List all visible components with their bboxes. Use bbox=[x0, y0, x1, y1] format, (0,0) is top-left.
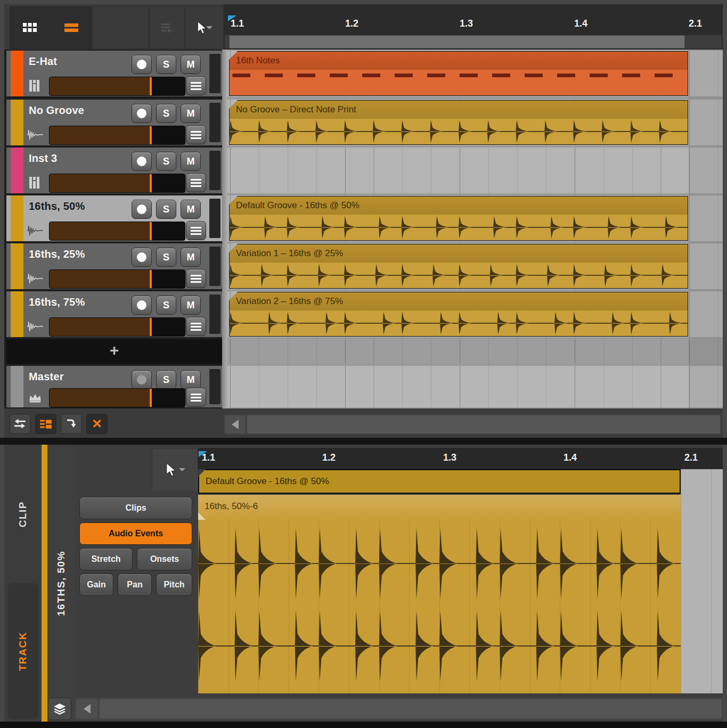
add-track-button[interactable]: + bbox=[6, 339, 222, 364]
arranger-row-e-hat[interactable]: 16th Notes bbox=[227, 51, 723, 96]
mute-button[interactable]: M bbox=[181, 152, 201, 171]
fade-handle[interactable] bbox=[198, 512, 206, 520]
track-menu-button[interactable] bbox=[186, 173, 206, 192]
track-name[interactable]: Master bbox=[29, 371, 64, 383]
fader-handle[interactable] bbox=[150, 222, 152, 240]
record-arm-button[interactable] bbox=[132, 200, 152, 219]
scrollbar-thumb[interactable] bbox=[100, 699, 722, 718]
arranger-row-16ths-50[interactable]: Default Groove - 16ths @ 50% bbox=[227, 195, 723, 241]
volume-fader[interactable] bbox=[49, 126, 185, 145]
record-arm-button[interactable] bbox=[132, 296, 152, 315]
clips-mode-button[interactable]: Clips bbox=[79, 497, 192, 519]
solo-button[interactable]: S bbox=[156, 55, 176, 74]
solo-button[interactable]: S bbox=[156, 296, 176, 315]
arranger-row-master[interactable] bbox=[227, 366, 723, 407]
track-name[interactable]: Inst 3 bbox=[29, 152, 57, 165]
io-routing-button[interactable] bbox=[10, 414, 31, 434]
mute-button[interactable]: M bbox=[181, 248, 201, 267]
arranger-row-16ths-75[interactable]: Variation 2 – 16ths @ 75% bbox=[227, 291, 723, 337]
close-panel-button[interactable]: ✕ bbox=[86, 414, 108, 434]
solo-button[interactable]: S bbox=[156, 248, 176, 267]
track-name[interactable]: 16ths, 75% bbox=[29, 296, 85, 308]
record-arm-button[interactable] bbox=[132, 104, 152, 123]
track-inspector-button[interactable] bbox=[35, 414, 56, 434]
solo-button[interactable]: S bbox=[156, 152, 176, 171]
clip-no-groove[interactable]: No Groove – Direct Note Print bbox=[229, 100, 688, 145]
arranger-row-empty[interactable] bbox=[227, 339, 723, 364]
gain-mode-button[interactable]: Gain bbox=[79, 574, 113, 596]
arranger-row-inst3[interactable] bbox=[227, 148, 723, 193]
pan-mode-button[interactable]: Pan bbox=[118, 574, 152, 596]
solo-button[interactable]: S bbox=[156, 370, 176, 389]
editor-horizontal-scrollbar[interactable] bbox=[75, 698, 723, 720]
editor-after-clip-area[interactable] bbox=[681, 469, 723, 693]
arranger-row-16ths-25[interactable]: Variation 1 – 16ths @ 25% bbox=[227, 243, 723, 289]
follow-playback-button[interactable] bbox=[61, 414, 82, 434]
horizontal-scrollbar[interactable] bbox=[224, 414, 721, 435]
track-name[interactable]: E-Hat bbox=[29, 55, 57, 68]
fader-handle[interactable] bbox=[150, 389, 152, 407]
panel-divider[interactable] bbox=[222, 50, 227, 408]
editor-track-name-column[interactable]: 16THS, 50% bbox=[47, 445, 75, 722]
track-name[interactable]: 16ths, 50% bbox=[29, 200, 85, 212]
editor-pointer-tool-button[interactable] bbox=[152, 448, 199, 491]
playback-follow-button[interactable] bbox=[149, 6, 185, 49]
track-menu-button[interactable] bbox=[186, 317, 206, 336]
track-menu-button[interactable] bbox=[186, 388, 206, 407]
clip-variation-2[interactable]: Variation 2 – 16ths @ 75% bbox=[229, 292, 688, 337]
track-menu-button[interactable] bbox=[186, 125, 206, 144]
mute-button[interactable]: M bbox=[181, 104, 201, 123]
track-menu-button[interactable] bbox=[186, 269, 206, 288]
mute-button[interactable]: M bbox=[181, 296, 201, 315]
track-name[interactable]: No Groove bbox=[29, 104, 84, 117]
editor-timeline-ruler[interactable]: 1.1 1.2 1.3 1.4 2.1 bbox=[198, 448, 723, 469]
clip-default-groove[interactable]: Default Groove - 16ths @ 50% bbox=[229, 196, 688, 241]
record-arm-button[interactable] bbox=[132, 248, 152, 267]
solo-button[interactable]: S bbox=[156, 200, 176, 219]
arrange-view-button[interactable] bbox=[51, 6, 92, 49]
clip-variation-1[interactable]: Variation 1 – 16ths @ 25% bbox=[229, 244, 688, 289]
fader-handle[interactable] bbox=[150, 174, 152, 192]
track-header-no-groove[interactable]: No Groove S M bbox=[6, 100, 222, 145]
track-menu-button[interactable] bbox=[186, 221, 206, 240]
audio-events-mode-button[interactable]: Audio Events bbox=[79, 522, 192, 545]
fader-handle[interactable] bbox=[150, 126, 152, 144]
volume-fader[interactable] bbox=[49, 77, 185, 96]
playhead-marker[interactable] bbox=[228, 15, 236, 21]
scroll-left-button[interactable] bbox=[225, 415, 245, 433]
track-header-e-hat[interactable]: E-Hat S M bbox=[6, 51, 222, 96]
record-arm-button[interactable] bbox=[132, 55, 152, 74]
track-header-16ths-50[interactable]: 16ths, 50% S M bbox=[6, 195, 222, 241]
tab-track[interactable]: TRACK bbox=[7, 583, 38, 719]
mute-button[interactable]: M bbox=[181, 200, 201, 219]
solo-button[interactable]: S bbox=[156, 104, 176, 123]
scrollbar-thumb[interactable] bbox=[247, 415, 720, 433]
clip-16th-notes[interactable]: 16th Notes bbox=[229, 51, 688, 96]
track-header-inst3[interactable]: Inst 3 S M bbox=[6, 148, 222, 193]
mute-button[interactable]: M bbox=[181, 370, 201, 389]
fader-handle[interactable] bbox=[150, 270, 152, 288]
track-name[interactable]: 16ths, 25% bbox=[29, 248, 85, 260]
fader-handle[interactable] bbox=[150, 77, 152, 95]
editor-audio-region[interactable]: 16ths, 50%-6 bbox=[198, 495, 681, 693]
playhead-marker[interactable] bbox=[199, 451, 207, 457]
arranger-row-no-groove[interactable]: No Groove – Direct Note Print bbox=[227, 100, 723, 145]
track-header-16ths-75[interactable]: 16ths, 75% S M bbox=[6, 291, 222, 337]
fader-handle[interactable] bbox=[150, 318, 152, 336]
mix-view-button[interactable] bbox=[10, 6, 50, 49]
scroll-left-button[interactable] bbox=[76, 699, 97, 718]
section-divider[interactable] bbox=[0, 438, 727, 445]
volume-fader[interactable] bbox=[49, 269, 185, 289]
mute-button[interactable]: M bbox=[181, 55, 201, 74]
layered-editing-button[interactable] bbox=[48, 698, 71, 720]
track-header-16ths-25[interactable]: 16ths, 25% S M bbox=[6, 243, 222, 289]
record-arm-button[interactable] bbox=[132, 370, 152, 389]
zoom-scrollbar-thumb[interactable] bbox=[229, 35, 685, 48]
tab-clip[interactable]: CLIP bbox=[7, 448, 38, 581]
pitch-mode-button[interactable]: Pitch bbox=[156, 574, 192, 596]
onsets-mode-button[interactable]: Onsets bbox=[137, 548, 192, 570]
volume-fader[interactable] bbox=[49, 174, 185, 193]
timeline-ruler[interactable]: 1.1 1.2 1.3 1.4 2.1 bbox=[224, 4, 723, 51]
track-menu-button[interactable] bbox=[186, 76, 206, 95]
editor-clip-title-bar[interactable]: Default Groove - 16ths @ 50% bbox=[198, 469, 681, 494]
